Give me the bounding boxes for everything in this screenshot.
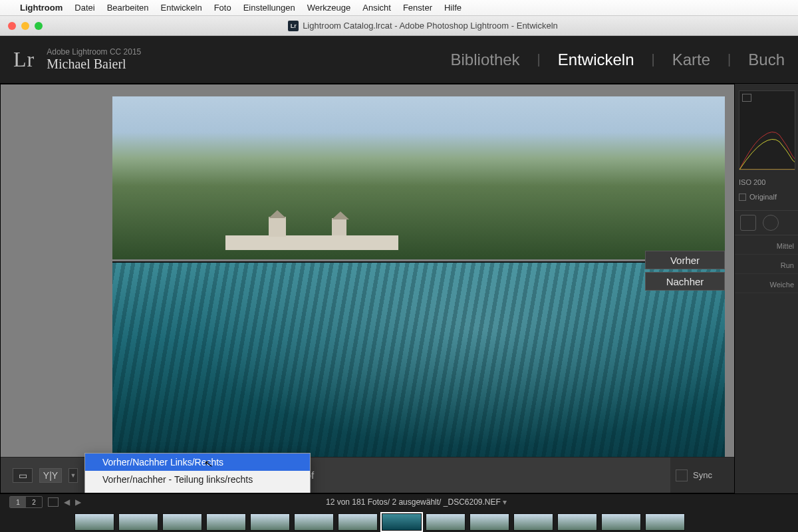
spot-tool-icon[interactable] [763,215,779,231]
thumbnail[interactable] [513,513,553,531]
chevron-down-icon[interactable]: ▾ [503,497,507,507]
thumbnail[interactable] [294,513,334,531]
loupe-view-button[interactable]: ▭ [13,468,33,483]
shadow-clipping-icon[interactable] [742,94,751,102]
menubar-app[interactable]: Lightroom [20,3,63,13]
iso-readout: ISO 200 [735,177,798,188]
module-entwickeln[interactable]: Entwickeln [558,51,634,69]
before-label: Vorher [645,251,725,269]
secondary-display-toggle[interactable]: 1 2 [9,496,43,508]
right-panel-toolbar: Sync [670,457,734,493]
panel-row[interactable]: Run [735,257,798,274]
identity-plate: Michael Baierl [47,57,141,72]
switch-icon[interactable] [676,469,688,481]
window-title: Lightroom Catalog.lrcat - Adobe Photosho… [303,21,558,31]
menu-item-split-left-right[interactable]: Vorher/nachher - Teilung links/rechts [85,471,310,488]
zoom-icon[interactable] [35,22,43,30]
filmstrip-filename[interactable]: _DSC6209.NEF [444,497,501,507]
thumbnail[interactable] [601,513,641,531]
menubar-item[interactable]: Ansicht [362,3,391,13]
minimize-icon[interactable] [21,22,29,30]
filmstrip-thumbs[interactable] [74,512,798,532]
crop-tool-icon[interactable] [740,215,756,231]
menubar-item[interactable]: Hilfe [444,3,462,13]
thumbnail[interactable] [557,513,597,531]
module-bar: Lr Adobe Lightroom CC 2015 Michael Baier… [0,36,798,84]
photo-subject [225,217,398,250]
menu-item-left-right[interactable]: Vorher/Nachher Links/Rechts [85,454,310,471]
thumbnail[interactable] [338,513,378,531]
before-after-mode-menu: Vorher/Nachher Links/Rechts Vorher/nachh… [84,453,311,493]
panel-row[interactable]: Mittel [735,238,798,255]
thumbnail[interactable] [250,513,290,531]
filmstrip-status: 12 von 181 Fotos/ 2 ausgewählt/ [326,497,441,507]
original-label: Originalf [749,193,777,201]
menubar-item[interactable]: Bearbeiten [107,3,149,13]
lightroom-logo: Lr [13,47,35,72]
thumbnail[interactable] [118,513,158,531]
before-after-view[interactable]: Vorher Nachher [112,96,725,481]
develop-toolbar: ▭ Y|Y ▼ Vorher und Nachher: ▲▼ ▲▲ ▼▼ Sof… [1,457,734,493]
thumbnail[interactable] [469,513,509,531]
grid-icon[interactable] [48,497,59,507]
module-buch[interactable]: Buch [748,51,785,69]
product-name: Adobe Lightroom CC 2015 [47,47,141,57]
before-after-mode-dropdown[interactable]: ▼ [68,468,78,483]
after-label: Nachher [645,272,725,291]
right-panel: ISO 200 Originalf Mittel Run Weiche [734,84,798,493]
menubar-item[interactable]: Datei [74,3,94,13]
menubar-item[interactable]: Fenster [403,3,432,13]
close-icon[interactable] [8,22,16,30]
module-karte[interactable]: Karte [672,51,710,69]
nav-forward-icon[interactable]: ▶ [75,497,81,507]
thumbnail-selected[interactable] [382,513,422,531]
filmstrip: 1 2 ◀ ▶ 12 von 181 Fotos/ 2 ausgewählt/ … [0,493,798,532]
menubar-item[interactable]: Werkzeuge [307,3,351,13]
module-picker: Bibliothek | Entwickeln | Karte | Buch [451,51,785,69]
nav-back-icon[interactable]: ◀ [64,497,70,507]
histogram-panel[interactable] [739,90,795,170]
before-image [112,96,725,259]
thumbnail[interactable] [74,513,114,531]
canvas-area: Vorher Nachher ▭ Y|Y ▼ Vorher und Nachhe… [0,84,734,493]
menu-item-top-bottom[interactable]: Vorher/Nachher Oben/Unten [85,488,310,493]
window-titlebar: Lr Lightroom Catalog.lrcat - Adobe Photo… [0,16,798,36]
thumbnail[interactable] [426,513,466,531]
app-icon: Lr [288,21,299,31]
sync-button[interactable]: Sync [693,470,712,480]
thumbnail[interactable] [206,513,246,531]
module-bibliothek[interactable]: Bibliothek [451,51,520,69]
local-tools [735,210,798,235]
panel-row[interactable]: Weiche [735,277,798,293]
after-image [112,261,725,481]
workspace: Vorher Nachher ▭ Y|Y ▼ Vorher und Nachhe… [0,84,798,493]
menubar-item[interactable]: Foto [214,3,231,13]
menubar-item[interactable]: Einstellungen [243,3,295,13]
menubar-item[interactable]: Entwickeln [161,3,202,13]
thumbnail[interactable] [645,513,685,531]
before-after-view-button[interactable]: Y|Y [39,468,62,483]
thumbnail[interactable] [162,513,202,531]
macos-menubar: Lightroom Datei Bearbeiten Entwickeln Fo… [0,0,798,16]
original-checkbox[interactable] [739,194,746,201]
